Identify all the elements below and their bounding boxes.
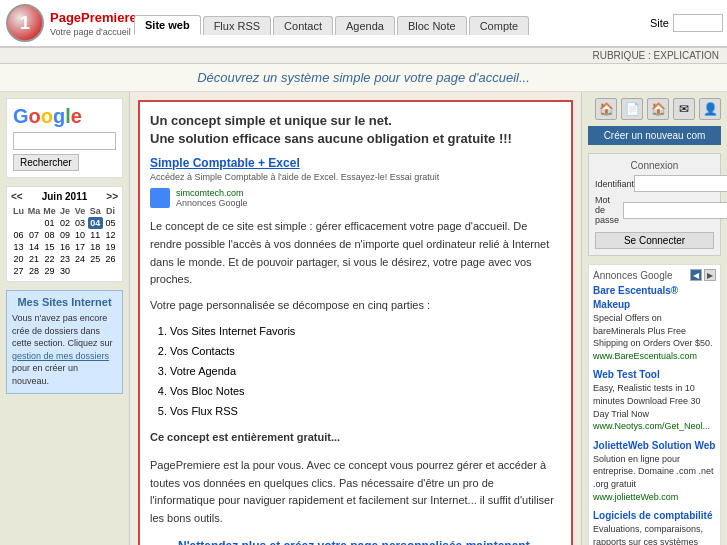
my-sites-box: Mes Sites Internet Vous n'avez pas encor… bbox=[6, 290, 123, 394]
calendar-day bbox=[26, 217, 42, 229]
sub-header: RUBRIQUE : EXPLICATION bbox=[0, 48, 727, 64]
tagline: Votre page d'accueil bbox=[50, 27, 131, 37]
nav-tab-agenda[interactable]: Agenda bbox=[335, 16, 395, 35]
identifiant-input[interactable] bbox=[634, 175, 727, 192]
google-logo: Google bbox=[13, 105, 116, 128]
calendar-day[interactable]: 30 bbox=[57, 265, 72, 277]
google-search-button[interactable]: Rechercher bbox=[13, 154, 79, 171]
nav-tab-contact[interactable]: Contact bbox=[273, 16, 333, 35]
ad-url: www.jolietteWeb.com bbox=[593, 491, 716, 504]
calendar-day[interactable]: 05 bbox=[103, 217, 118, 229]
nav-tabs: Site webFlux RSSContactAgendaBloc NoteCo… bbox=[130, 11, 646, 35]
identifiant-label: Identifiant bbox=[595, 179, 630, 189]
calendar-prev[interactable]: << bbox=[11, 191, 23, 202]
cal-day-header: Me bbox=[42, 205, 58, 217]
calendar-day[interactable]: 11 bbox=[88, 229, 103, 241]
home-icon[interactable]: 🏠 bbox=[595, 98, 617, 120]
list-item: Votre Agenda bbox=[170, 362, 561, 382]
calendar-day[interactable]: 08 bbox=[42, 229, 58, 241]
list-item: Vos Bloc Notes bbox=[170, 382, 561, 402]
logo-icon: 1 bbox=[6, 4, 44, 42]
calendar-day[interactable]: 27 bbox=[11, 265, 26, 277]
simple-comptable-link[interactable]: Simple Comptable + Excel bbox=[150, 156, 300, 170]
calendar-day[interactable]: 17 bbox=[73, 241, 88, 253]
ads-next-button[interactable]: ▶ bbox=[704, 269, 716, 281]
calendar-day[interactable]: 23 bbox=[57, 253, 72, 265]
calendar-day[interactable]: 12 bbox=[103, 229, 118, 241]
ad-item: Logiciels de comptabilité Evaluations, c… bbox=[593, 509, 716, 545]
calendar-day[interactable]: 06 bbox=[11, 229, 26, 241]
calendar-day[interactable]: 22 bbox=[42, 253, 58, 265]
search-input[interactable] bbox=[673, 14, 723, 32]
calendar-day[interactable]: 09 bbox=[57, 229, 72, 241]
nav-tab-compte[interactable]: Compte bbox=[469, 16, 530, 35]
calendar-next[interactable]: >> bbox=[106, 191, 118, 202]
calendar-day[interactable]: 19 bbox=[103, 241, 118, 253]
ad-item: JolietteWeb Solution Web Solution en lig… bbox=[593, 439, 716, 503]
identifiant-row: Identifiant bbox=[595, 175, 714, 192]
calendar-day[interactable]: 29 bbox=[42, 265, 58, 277]
email-icon[interactable]: ✉ bbox=[673, 98, 695, 120]
calendar-day[interactable]: 14 bbox=[26, 241, 42, 253]
calendar-day bbox=[103, 265, 118, 277]
sidebar-right: 🏠 📄 🏠 ✉ 👤 Créer un nouveau com Connexion… bbox=[582, 92, 727, 545]
calendar-day bbox=[88, 265, 103, 277]
ad-text: Evaluations, comparaisons, rapports sur … bbox=[593, 523, 716, 545]
sidebar-left: Google Rechercher << Juin 2011 >> LuMaMe… bbox=[0, 92, 130, 545]
password-input[interactable] bbox=[623, 202, 727, 219]
ads-title: Annonces Google ◀ ▶ bbox=[593, 269, 716, 281]
calendar-day[interactable]: 07 bbox=[26, 229, 42, 241]
document-icon[interactable]: 📄 bbox=[621, 98, 643, 120]
calendar-day[interactable]: 20 bbox=[11, 253, 26, 265]
icon-row: 🏠 📄 🏠 ✉ 👤 bbox=[588, 98, 721, 120]
cal-day-header: Di bbox=[103, 205, 118, 217]
calendar-day[interactable]: 03 bbox=[73, 217, 88, 229]
ad-title[interactable]: JolietteWeb Solution Web bbox=[593, 439, 716, 453]
calendar-day[interactable]: 02 bbox=[57, 217, 72, 229]
calendar-day[interactable]: 18 bbox=[88, 241, 103, 253]
search-label: Site bbox=[650, 17, 669, 29]
adsense-row: simcomtech.com Annonces Google bbox=[150, 188, 561, 208]
password-row: Mot depasse bbox=[595, 195, 714, 225]
calendar-day[interactable]: 13 bbox=[11, 241, 26, 253]
content-list: Vos Sites Internet FavorisVos ContactsVo… bbox=[170, 322, 561, 421]
content-link-section: Simple Comptable + Excel Accédez à Simpl… bbox=[150, 156, 561, 182]
ad-title[interactable]: Bare Escentuals® Makeup bbox=[593, 284, 716, 312]
my-sites-link[interactable]: gestion de mes dossiers bbox=[12, 351, 109, 361]
calendar-day[interactable]: 26 bbox=[103, 253, 118, 265]
calendar-day[interactable]: 10 bbox=[73, 229, 88, 241]
new-account-button[interactable]: Créer un nouveau com bbox=[588, 126, 721, 145]
cal-day-header: Ve bbox=[73, 205, 88, 217]
nav-tab-site-web[interactable]: Site web bbox=[134, 15, 201, 35]
adsense-label: simcomtech.com Annonces Google bbox=[176, 188, 248, 208]
nav-tab-flux-rss[interactable]: Flux RSS bbox=[203, 16, 271, 35]
logo-text: PagePremiere Votre page d'accueil bbox=[50, 10, 137, 37]
google-search-input[interactable] bbox=[13, 132, 116, 150]
list-item: Vos Contacts bbox=[170, 342, 561, 362]
calendar-day[interactable]: 15 bbox=[42, 241, 58, 253]
calendar-day[interactable]: 24 bbox=[73, 253, 88, 265]
banner: Découvrez un système simple pour votre p… bbox=[0, 64, 727, 92]
calendar-table: LuMaMeJeVeSaDi 0102030405060708091011121… bbox=[11, 205, 118, 277]
calendar-day[interactable]: 16 bbox=[57, 241, 72, 253]
calendar-day bbox=[73, 265, 88, 277]
cal-day-header: Ma bbox=[26, 205, 42, 217]
ad-item: Web Test Tool Easy, Realistic tests in 1… bbox=[593, 368, 716, 432]
ad-title[interactable]: Logiciels de comptabilité bbox=[593, 509, 716, 523]
user-icon[interactable]: 👤 bbox=[699, 98, 721, 120]
content-title-line2: Une solution efficace sans aucune obliga… bbox=[150, 131, 512, 146]
calendar-day[interactable]: 28 bbox=[26, 265, 42, 277]
concept-free: Ce concept est entièrement gratuit... bbox=[150, 429, 561, 447]
calendar-day[interactable]: 04 bbox=[88, 217, 103, 229]
calendar-day[interactable]: 25 bbox=[88, 253, 103, 265]
nav-tab-bloc-note[interactable]: Bloc Note bbox=[397, 16, 467, 35]
ad-title[interactable]: Web Test Tool bbox=[593, 368, 716, 382]
main-content: Un concept simple et unique sur le net. … bbox=[130, 92, 582, 545]
home2-icon[interactable]: 🏠 bbox=[647, 98, 669, 120]
calendar-day[interactable]: 01 bbox=[42, 217, 58, 229]
rubrique-label: RUBRIQUE : EXPLICATION bbox=[592, 50, 719, 61]
calendar-day[interactable]: 21 bbox=[26, 253, 42, 265]
logo-area: 1 PagePremiere Votre page d'accueil bbox=[0, 0, 130, 46]
ads-prev-button[interactable]: ◀ bbox=[690, 269, 702, 281]
login-button[interactable]: Se Connecter bbox=[595, 232, 714, 249]
